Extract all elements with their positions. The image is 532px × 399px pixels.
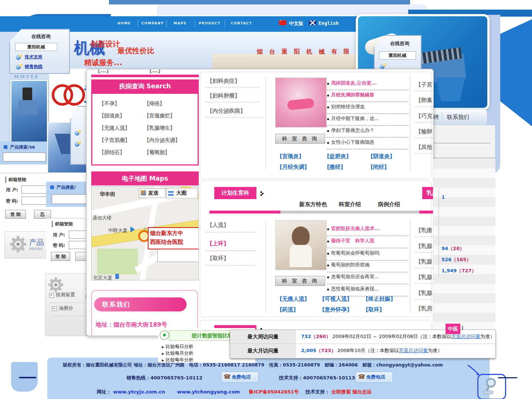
article-row[interactable]: ▪ 月经失调的罪魁祸首 [327,91,408,102]
tag-link[interactable]: [宫颈炎] [280,153,301,160]
map-bigview-button[interactable]: 大图 [166,188,198,198]
article-link[interactable]: 月经中期下腹痛，这... [331,116,379,121]
article-link[interactable]: 患葡萄胎后还会再育... [331,274,379,279]
tag-link[interactable]: [阴道炎] [371,153,392,160]
nav-item-company[interactable]: COMPANY [141,21,164,25]
tag-link[interactable]: [无痛人流] [280,296,307,303]
article-link[interactable]: 别把错经当便血 [331,104,365,109]
compare-item-daily[interactable]: ▶ 比较每日分析 [162,344,193,350]
right-tab-tcm[interactable]: 中医 [446,324,460,334]
disease-link[interactable]: 【宫颈糜烂】 [144,113,175,119]
article-link[interactable]: 善待子宫 科学人流 [331,238,374,243]
tag-link[interactable]: [盆腔炎] [327,153,349,160]
disease-link[interactable]: 【阴道炎】 [99,113,125,119]
product-tree-item-1[interactable]: 排屑装置 [56,291,75,298]
free-call-button-2[interactable]: ☎ 免费电话 [355,372,393,383]
right-column-item[interactable]: 【其他 [416,144,432,151]
article-row[interactable]: ▪ 恶性葡萄胎临床表现... [327,285,408,296]
article-link[interactable]: 吃葡萄就会怀葡萄胎吗 [331,250,379,256]
stat-link[interactable]: 页面总访问量 [399,348,428,353]
disease-link[interactable]: 【葡萄胎】 [144,149,170,156]
nav-item-home[interactable]: HOME [117,21,131,25]
free-call-button-1[interactable]: ☎ 免费电话 [221,372,259,383]
footer-url-2[interactable]: www.ytchongyang.com [177,389,240,395]
article-row[interactable]: ▪ 甩掉阴道炎,让你更... [327,79,408,90]
article-row[interactable]: ▪ 别把错经当便血 [327,103,408,114]
disease-link[interactable]: 【内分泌失调】 [144,137,180,144]
tag-link[interactable]: [闭经] [371,164,387,171]
map-send-button[interactable]: 发送 [139,188,166,198]
section2-right-tab[interactable]: 乳腺 [422,187,434,199]
article-link[interactable]: 甩掉阴道炎,让你更... [331,80,377,86]
compare-item-label[interactable]: 比较每年分析 [166,357,193,362]
article-link[interactable]: 葡萄胎的防癌措施 [331,262,369,267]
right-column-item[interactable]: 【乳痛 [416,227,432,234]
category-link-active[interactable]: 【上环】 [207,240,229,247]
footer-icp-number[interactable]: 鲁ICP备05042651号 [249,389,299,395]
article-row[interactable]: ▪ 葡萄胎的防癌措施 [327,261,408,272]
lang-english-link[interactable]: English [318,20,339,26]
article-row[interactable]: ▪ 吃葡萄就会怀葡萄胎吗 [327,249,408,260]
mail-login-button-1[interactable]: 登 陆 [5,210,26,219]
nav-item-product[interactable]: PRODUCT [199,21,221,25]
disease-link[interactable]: 【痔疮】 [144,100,165,107]
nav-hire-fragment[interactable]: 聘 [433,114,439,121]
section2-tab[interactable]: 计划生育科 [214,187,256,199]
tag-link[interactable]: [可视人流] [322,296,349,303]
article-link[interactable]: 宫腔取胚无痛人流术... [331,226,380,231]
sales-hotline-link[interactable]: 销售热线 [25,64,42,70]
tag-link[interactable]: [取环] [366,306,382,313]
right-column-item[interactable]: 【乳腺 [416,258,432,265]
subtab-dept-intro[interactable]: 科室介绍 [339,201,361,208]
product-search-input-2[interactable] [52,194,91,204]
mail-forgot-button-1[interactable]: 忘 [34,210,51,219]
nav-item-contact[interactable]: CONTACT [231,21,252,25]
compare-item-yearly[interactable]: ▶ 比较每年分析 [162,357,193,363]
tag-link[interactable]: [药流] [280,306,296,313]
nav-contact-us[interactable]: 联系我们 [447,114,469,121]
article-row[interactable]: ▪ 患葡萄胎后还会再育... [327,273,408,284]
product-search-input-1[interactable] [3,153,46,161]
category-link[interactable]: 【人流】 [207,222,229,229]
disease-link[interactable]: 【胆结石】 [99,149,125,156]
article-row[interactable]: ▪ 孕妇下腹痛怎么办？ [327,126,408,137]
compare-item-monthly[interactable]: ▶ 比较每月分析 [162,350,193,357]
disease-link[interactable]: 【不孕】 [99,100,120,107]
category-link[interactable]: 【妇科肿瘤】 [207,92,240,99]
right-column-item[interactable]: 【巧克 [416,113,432,120]
stat-link[interactable]: 页面总访问量 [451,334,480,339]
subtab-case-intro[interactable]: 病例介绍 [378,201,400,208]
article-row[interactable]: ▪ 女性小心下腹痛隐患 [327,138,408,149]
disease-link[interactable]: 【乳腺增生】 [144,125,175,132]
category-link[interactable]: 【取环】 [207,255,229,262]
compare-item-label[interactable]: 比较每月分析 [166,350,193,356]
dept-consult-button[interactable]: 科 室 咨 询 [275,276,325,286]
nav-item-maps[interactable]: MAPS [174,21,187,25]
right-column-item[interactable]: 【子宫 [416,81,432,88]
right-column-item[interactable]: 【乳腺 [416,290,432,297]
category-link[interactable]: 【内分泌疾病】 [207,108,246,115]
tag-link[interactable]: [月经失调] [280,164,307,171]
compare-item-label[interactable]: 比较每日分析 [166,344,193,349]
dept-consult-button[interactable]: 科 室 咨 询 [275,134,325,144]
disease-link[interactable]: 【无痛人流】 [99,125,130,132]
subtab-feature[interactable]: 新东方特色 [299,201,327,208]
footer-url-1[interactable]: www.ytcyjx.com.cn [113,389,165,395]
footer-support2-names[interactable]: 企联搜索 烟台志远 [331,389,372,395]
right-column-item[interactable]: 【卵巢 [416,97,432,104]
tech-support-link[interactable]: 技术支持 [25,54,42,60]
article-link[interactable]: 女性小心下腹痛隐患 [331,139,374,145]
tag-link[interactable]: [意外怀孕] [322,306,349,313]
tag-link[interactable]: [终止妊娠] [366,296,393,303]
right-column-item[interactable]: 【输卵 [416,128,432,135]
product-tree-item-2[interactable]: 油屑分 [59,305,73,311]
article-link[interactable]: 孕妇下腹痛怎么办？ [331,127,374,133]
map-box[interactable]: 发送 大图 华丰街 通信大楼 中联大厦 大洋宾馆 烟台新东方中 西医结合医院 化… [91,186,199,280]
tag-link[interactable]: [痛经] [327,164,343,171]
right-column-item[interactable]: 【乳房 [416,305,432,312]
category-link[interactable]: 【妇科炎症】 [207,78,240,85]
article-row[interactable]: ▪ 善待子宫 科学人流 [327,237,408,248]
article-row[interactable]: ▪ 宫腔取胚无痛人流术... [327,225,408,236]
right-column-item[interactable]: 【乳腺 [416,243,432,250]
right-column-item[interactable]: 【乳腺 [416,274,432,281]
